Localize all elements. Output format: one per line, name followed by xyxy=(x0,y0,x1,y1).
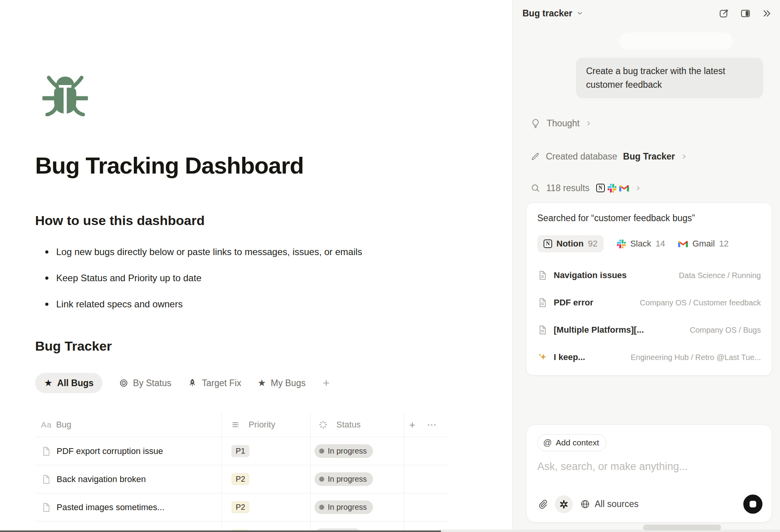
new-chat-icon[interactable] xyxy=(719,8,729,19)
collapse-chevrons-icon[interactable] xyxy=(762,8,772,19)
stop-square-icon xyxy=(750,501,756,507)
table-row[interactable]: PDF export corruption issue P1 In progre… xyxy=(35,437,449,465)
view-tab-label: My Bugs xyxy=(271,378,306,388)
bug-title: PDF export corruption issue xyxy=(57,446,163,456)
status-dot xyxy=(319,477,324,482)
page-icon xyxy=(41,474,51,484)
column-header-bug[interactable]: Aa Bug xyxy=(35,413,221,437)
search-result-list: Navigation issues Data Science / Running… xyxy=(537,262,761,371)
ai-side-panel: Bug tracker xyxy=(512,0,780,532)
document-icon xyxy=(537,270,547,280)
database-view-tabs: ★ All Bugs By Status xyxy=(35,373,330,393)
toggle-panel-icon[interactable] xyxy=(740,8,751,19)
page-icon xyxy=(41,446,51,456)
howto-list: Log new bugs directly below or paste lin… xyxy=(38,246,362,324)
status-pill[interactable]: In progress xyxy=(314,444,373,458)
bug-table: Aa Bug Priority xyxy=(35,413,449,532)
tracker-heading: Bug Tracker xyxy=(35,339,112,354)
select-list-icon xyxy=(231,420,240,429)
at-icon: @ xyxy=(543,438,552,448)
priority-badge[interactable]: P2 xyxy=(231,473,249,485)
chevron-down-icon[interactable] xyxy=(576,10,583,17)
view-tab-target-fix[interactable]: Target Fix xyxy=(188,378,241,388)
chip-gmail[interactable]: Gmail 12 xyxy=(678,239,728,249)
scrolled-message-peek xyxy=(619,32,733,50)
document-icon xyxy=(537,325,547,335)
notion-icon: N xyxy=(544,239,552,248)
status-pill[interactable]: In progress xyxy=(314,472,373,486)
search-card-title: Searched for “customer feedback bugs” xyxy=(537,213,761,223)
howto-bullet: Link related specs and owners xyxy=(38,298,362,310)
table-row[interactable]: Back navigation broken P2 In progress xyxy=(35,465,449,493)
search-icon xyxy=(530,183,540,193)
prompt-input[interactable] xyxy=(537,461,756,473)
rocket-icon xyxy=(188,378,197,388)
status-dot xyxy=(319,505,324,510)
view-tab-all-bugs[interactable]: ★ All Bugs xyxy=(35,373,103,393)
view-tab-label: Target Fix xyxy=(202,378,241,388)
source-chips: N Notion 92 Slack 14 xyxy=(537,235,761,252)
howto-bullet: Log new bugs directly below or paste lin… xyxy=(38,246,362,258)
stop-button[interactable] xyxy=(743,495,762,514)
panel-title: Bug tracker xyxy=(522,8,572,19)
chatgpt-model-button[interactable] xyxy=(555,495,573,513)
attachment-icon[interactable] xyxy=(537,499,548,509)
add-property-button[interactable]: + xyxy=(409,419,415,431)
chip-notion[interactable]: N Notion 92 xyxy=(537,235,604,252)
scrub-bar-thumb[interactable] xyxy=(643,525,721,530)
star-icon: ★ xyxy=(44,378,53,388)
scrub-bar-played xyxy=(0,530,441,532)
add-context-label: Add context xyxy=(556,438,599,447)
status-dot xyxy=(319,449,324,454)
howto-bullet: Keep Status and Priority up to date xyxy=(38,272,362,284)
ai-composer: @ Add context xyxy=(526,424,772,523)
status-pill[interactable]: In progress xyxy=(314,500,373,514)
column-label: Status xyxy=(336,420,361,430)
step-created-database[interactable]: Created database Bug Tracker xyxy=(530,149,688,164)
chevron-right-icon xyxy=(681,153,688,160)
search-result-item[interactable]: Navigation issues Data Science / Running xyxy=(537,262,761,289)
document-icon xyxy=(537,298,547,308)
page-title: Bug Tracking Dashboard xyxy=(35,152,304,179)
step-label: Created database xyxy=(546,151,617,162)
search-result-item[interactable]: PDF error Company OS / Customer feedback xyxy=(537,289,761,316)
chevron-right-icon xyxy=(635,185,641,192)
status-spinner-icon xyxy=(318,420,328,429)
search-result-item[interactable]: [Multiple Platforms][... Company OS / Bu… xyxy=(537,316,761,344)
table-header-row: Aa Bug Priority xyxy=(35,413,449,437)
notion-icon: N xyxy=(596,184,605,192)
composer-toolbar: All sources xyxy=(537,495,762,514)
column-header-status[interactable]: Status xyxy=(310,413,404,437)
user-chat-bubble: Create a bug tracker with the latest cus… xyxy=(576,58,763,98)
table-more-button[interactable]: ⋯ xyxy=(427,419,436,430)
add-context-button[interactable]: @ Add context xyxy=(537,434,606,451)
chip-slack[interactable]: Slack 14 xyxy=(617,239,665,249)
bug-title: Back navigation broken xyxy=(57,474,146,484)
step-label: 118 results xyxy=(546,183,590,193)
search-results-card: Searched for “customer feedback bugs” N … xyxy=(526,202,772,376)
database-link[interactable]: Bug Tracker xyxy=(623,151,675,162)
view-tab-by-status[interactable]: By Status xyxy=(119,378,171,388)
priority-badge[interactable]: P2 xyxy=(231,501,249,513)
slack-icon xyxy=(617,239,626,248)
add-view-button[interactable]: + xyxy=(323,376,330,390)
column-header-priority[interactable]: Priority xyxy=(221,413,310,437)
notion-page: Bug Tracking Dashboard How to use this d… xyxy=(0,0,512,532)
column-label: Priority xyxy=(249,420,275,430)
gmail-icon xyxy=(678,240,688,248)
column-label: Bug xyxy=(56,420,71,430)
bug-page-icon[interactable] xyxy=(38,72,92,116)
step-search-results[interactable]: 118 results N xyxy=(530,180,641,196)
bullseye-icon xyxy=(119,378,128,388)
chevron-right-icon xyxy=(585,120,592,127)
sparkle-icon xyxy=(537,352,547,362)
step-thought[interactable]: Thought xyxy=(530,115,592,131)
pencil-icon xyxy=(530,152,540,161)
table-row[interactable]: Pasted images sometimes... P2 In progres… xyxy=(35,493,449,521)
all-sources-label: All sources xyxy=(595,499,638,509)
view-tab-my-bugs[interactable]: ★ My Bugs xyxy=(258,378,306,388)
priority-badge[interactable]: P1 xyxy=(231,445,249,457)
search-result-item[interactable]: I keep... Engineering Hub / Retro @Last … xyxy=(537,344,761,371)
all-sources-button[interactable]: All sources xyxy=(580,499,638,509)
slack-icon xyxy=(608,184,617,193)
